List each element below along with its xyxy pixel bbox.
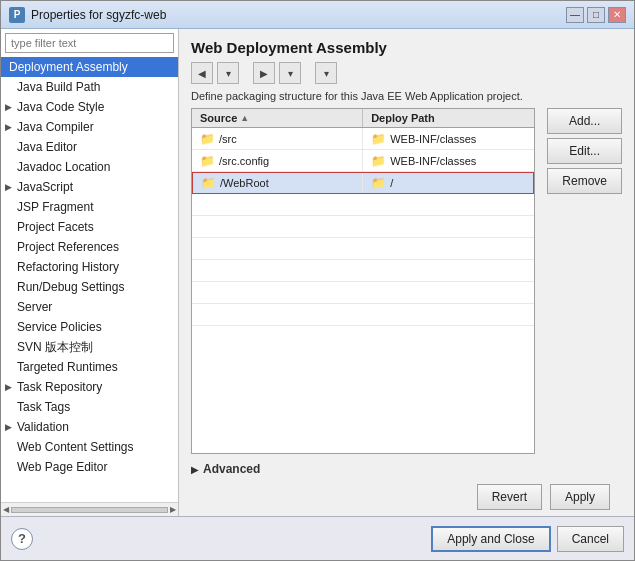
sidebar-item-label: Validation (17, 420, 69, 434)
table-row[interactable]: 📁/src.config📁WEB-INF/classes (192, 150, 534, 172)
footer: ? Apply and Close Cancel (1, 516, 634, 560)
sidebar: Deployment AssemblyJava Build Path▶Java … (1, 29, 179, 516)
folder-icon: 📁 (201, 176, 216, 190)
sidebar-item-label: Java Build Path (17, 80, 100, 94)
expand-arrow-icon: ▶ (5, 422, 15, 432)
folder-icon: 📁 (371, 132, 386, 146)
sidebar-item-label: Java Code Style (17, 100, 104, 114)
scroll-left-icon[interactable]: ◀ (3, 505, 9, 514)
main-content: Deployment AssemblyJava Build Path▶Java … (1, 29, 634, 516)
deploy-path-header: Deploy Path (363, 109, 534, 127)
filter-input[interactable] (5, 33, 174, 53)
nav-forward-dropdown-button[interactable]: ▾ (279, 62, 301, 84)
sidebar-item-label: JSP Fragment (17, 200, 93, 214)
scroll-right-icon[interactable]: ▶ (170, 505, 176, 514)
sidebar-item-label: Project References (17, 240, 119, 254)
apply-button[interactable]: Apply (550, 484, 610, 510)
nav-forward-button[interactable]: ▶ (253, 62, 275, 84)
sidebar-item-label: Run/Debug Settings (17, 280, 124, 294)
sidebar-item-java-build-path[interactable]: Java Build Path (1, 77, 178, 97)
expand-arrow-icon: ▶ (5, 102, 15, 112)
sidebar-item-label: Javadoc Location (17, 160, 110, 174)
sidebar-item-svn-----[interactable]: SVN 版本控制 (1, 337, 178, 357)
sidebar-item-run-debug-settings[interactable]: Run/Debug Settings (1, 277, 178, 297)
sidebar-item-label: JavaScript (17, 180, 73, 194)
sidebar-item-project-references[interactable]: Project References (1, 237, 178, 257)
table-row[interactable]: 📁/WebRoot📁/ (192, 172, 534, 194)
sidebar-item-jsp-fragment[interactable]: JSP Fragment (1, 197, 178, 217)
source-cell: 📁/WebRoot (193, 173, 363, 193)
sidebar-item-label: Service Policies (17, 320, 102, 334)
maximize-button[interactable]: □ (587, 7, 605, 23)
advanced-section[interactable]: ▶ Advanced (191, 460, 622, 478)
dialog-icon: P (9, 7, 25, 23)
minimize-button[interactable]: — (566, 7, 584, 23)
sidebar-item-label: Refactoring History (17, 260, 119, 274)
sidebar-item-label: Project Facets (17, 220, 94, 234)
sidebar-item-javadoc-location[interactable]: Javadoc Location (1, 157, 178, 177)
right-panel: Web Deployment Assembly ◀ ▾ ▶ ▾ ▾ Define… (179, 29, 634, 516)
sidebar-item-javascript[interactable]: ▶JavaScript (1, 177, 178, 197)
deploy-path-cell: 📁/ (363, 173, 533, 193)
sidebar-item-targeted-runtimes[interactable]: Targeted Runtimes (1, 357, 178, 377)
expand-arrow-icon: ▶ (5, 382, 15, 392)
view-menu-button[interactable]: ▾ (315, 62, 337, 84)
expand-arrow-icon: ▶ (5, 182, 15, 192)
expand-arrow-icon: ▶ (5, 122, 15, 132)
sidebar-item-label: Deployment Assembly (9, 60, 128, 74)
sidebar-item-label: Java Compiler (17, 120, 94, 134)
panel-toolbar: ◀ ▾ ▶ ▾ ▾ (191, 62, 622, 84)
revert-button[interactable]: Revert (477, 484, 542, 510)
deployment-table: Source ▲ Deploy Path 📁/src📁WEB-INF/class… (191, 108, 535, 454)
cancel-button[interactable]: Cancel (557, 526, 624, 552)
sidebar-item-label: SVN 版本控制 (17, 339, 93, 356)
sidebar-item-server[interactable]: Server (1, 297, 178, 317)
folder-icon: 📁 (200, 154, 215, 168)
title-bar-left: P Properties for sgyzfc-web (9, 7, 166, 23)
source-header: Source ▲ (192, 109, 363, 127)
sidebar-item-label: Task Tags (17, 400, 70, 414)
sidebar-item-web-page-editor[interactable]: Web Page Editor (1, 457, 178, 477)
footer-right: Apply and Close Cancel (431, 526, 624, 552)
dialog-title: Properties for sgyzfc-web (31, 8, 166, 22)
sidebar-item-label: Java Editor (17, 140, 77, 154)
deploy-path-cell: 📁WEB-INF/classes (363, 150, 534, 171)
sidebar-item-project-facets[interactable]: Project Facets (1, 217, 178, 237)
sidebar-list: Deployment AssemblyJava Build Path▶Java … (1, 57, 178, 502)
table-with-buttons: Source ▲ Deploy Path 📁/src📁WEB-INF/class… (191, 108, 622, 454)
sidebar-item-label: Web Content Settings (17, 440, 134, 454)
sidebar-item-deployment-assembly[interactable]: Deployment Assembly (1, 57, 178, 77)
sidebar-item-service-policies[interactable]: Service Policies (1, 317, 178, 337)
folder-icon: 📁 (200, 132, 215, 146)
sidebar-item-web-content-settings[interactable]: Web Content Settings (1, 437, 178, 457)
close-button[interactable]: ✕ (608, 7, 626, 23)
sidebar-item-label: Web Page Editor (17, 460, 108, 474)
add-button[interactable]: Add... (547, 108, 622, 134)
advanced-arrow-icon: ▶ (191, 464, 199, 475)
sidebar-item-java-code-style[interactable]: ▶Java Code Style (1, 97, 178, 117)
remove-button[interactable]: Remove (547, 168, 622, 194)
table-row[interactable]: 📁/src📁WEB-INF/classes (192, 128, 534, 150)
title-bar: P Properties for sgyzfc-web — □ ✕ (1, 1, 634, 29)
panel-description: Define packaging structure for this Java… (191, 90, 622, 102)
table-header: Source ▲ Deploy Path (192, 109, 534, 128)
sidebar-item-refactoring-history[interactable]: Refactoring History (1, 257, 178, 277)
sidebar-item-task-repository[interactable]: ▶Task Repository (1, 377, 178, 397)
edit-button[interactable]: Edit... (547, 138, 622, 164)
deploy-path-cell: 📁WEB-INF/classes (363, 128, 534, 149)
source-cell: 📁/src.config (192, 150, 363, 171)
sidebar-item-java-compiler[interactable]: ▶Java Compiler (1, 117, 178, 137)
folder-icon: 📁 (371, 154, 386, 168)
sidebar-item-java-editor[interactable]: Java Editor (1, 137, 178, 157)
sidebar-item-task-tags[interactable]: Task Tags (1, 397, 178, 417)
advanced-label: Advanced (203, 462, 260, 476)
sidebar-item-validation[interactable]: ▶Validation (1, 417, 178, 437)
nav-back-button[interactable]: ◀ (191, 62, 213, 84)
apply-and-close-button[interactable]: Apply and Close (431, 526, 550, 552)
sidebar-item-label: Server (17, 300, 52, 314)
nav-dropdown-button[interactable]: ▾ (217, 62, 239, 84)
table-body: 📁/src📁WEB-INF/classes📁/src.config📁WEB-IN… (192, 128, 534, 453)
sidebar-item-label: Targeted Runtimes (17, 360, 118, 374)
side-buttons: Add... Edit... Remove (541, 108, 622, 454)
help-button[interactable]: ? (11, 528, 33, 550)
